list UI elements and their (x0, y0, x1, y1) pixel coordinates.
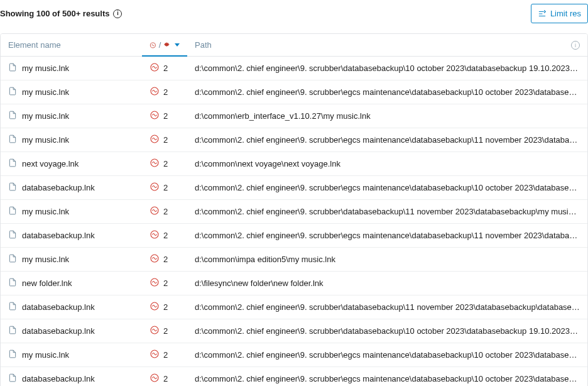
element-name-cell: my music.lnk (1, 248, 142, 272)
element-name-cell: my music.lnk (1, 57, 142, 80)
element-name-header-text: Element name (8, 40, 61, 50)
threat-icon (150, 158, 160, 170)
score-value: 2 (163, 87, 168, 97)
element-name-cell: databasebackup.lnk (1, 319, 142, 343)
file-icon (8, 278, 17, 289)
path-cell: d:\common\erb_interface_v1.10.27\my musi… (187, 104, 587, 128)
limit-button-text: Limit res (550, 9, 581, 18)
path-cell: d:\common\impa edition5\my music.lnk (187, 248, 587, 272)
file-icon (8, 158, 17, 169)
score-cell: 2 (142, 319, 187, 343)
element-name-cell: my music.lnk (1, 128, 142, 152)
results-table: Element name / Path i (1, 34, 587, 386)
threat-icon (150, 86, 160, 98)
table-row[interactable]: my music.lnk2d:\common\2. chief engineer… (1, 200, 587, 224)
element-name-text: databasebackup.lnk (22, 326, 95, 336)
table-row[interactable]: databasebackup.lnk2d:\common\2. chief en… (1, 367, 587, 387)
path-cell: d:\filesync\new folder\new folder.lnk (187, 272, 587, 295)
score-value: 2 (163, 374, 168, 383)
score-value: 2 (163, 350, 168, 360)
score-value: 2 (163, 159, 168, 168)
element-name-text: new folder.lnk (22, 278, 72, 288)
score-cell: 2 (142, 367, 187, 387)
element-name-cell: databasebackup.lnk (1, 295, 142, 319)
score-cell: 2 (142, 248, 187, 272)
sort-indicator (142, 55, 187, 57)
element-name-cell: my music.lnk (1, 80, 142, 104)
score-value: 2 (163, 207, 168, 216)
element-name-text: databasebackup.lnk (22, 231, 95, 240)
column-header-score[interactable]: / (142, 34, 187, 57)
path-cell: d:\common\2. chief engineer\9. scrubber\… (187, 367, 587, 387)
table-row[interactable]: databasebackup.lnk2d:\common\2. chief en… (1, 176, 587, 200)
info-icon[interactable]: i (113, 9, 122, 18)
element-name-cell: next voyage.lnk (1, 152, 142, 176)
threat-icon (150, 349, 160, 361)
element-name-text: my music.lnk (22, 350, 69, 360)
score-value: 2 (163, 63, 168, 73)
table-row[interactable]: my music.lnk2d:\common\2. chief engineer… (1, 128, 587, 152)
score-value: 2 (163, 231, 168, 240)
element-name-text: my music.lnk (22, 87, 69, 97)
results-header: Showing 100 of 500+ results i Limit res (0, 0, 588, 28)
table-row[interactable]: my music.lnk2d:\common\2. chief engineer… (1, 343, 587, 367)
score-cell: 2 (142, 295, 187, 319)
threat-icon (150, 325, 160, 337)
path-cell: d:\common\next voyage\next voyage.lnk (187, 152, 587, 176)
path-cell: d:\common\2. chief engineer\9. scrubber\… (187, 224, 587, 248)
column-header-path[interactable]: Path i (187, 34, 587, 57)
table-row[interactable]: my music.lnk2d:\common\impa edition5\my … (1, 248, 587, 272)
table-row[interactable]: my music.lnk2d:\common\2. chief engineer… (1, 80, 587, 104)
element-name-cell: my music.lnk (1, 104, 142, 128)
file-icon (8, 111, 17, 121)
table-row[interactable]: databasebackup.lnk2d:\common\2. chief en… (1, 224, 587, 248)
score-cell: 2 (142, 272, 187, 295)
threat-icon (150, 277, 160, 289)
table-row[interactable]: next voyage.lnk2d:\common\next voyage\ne… (1, 152, 587, 176)
file-icon (8, 135, 17, 145)
score-value: 2 (163, 278, 168, 288)
chevron-down-icon (175, 43, 180, 47)
table-row[interactable]: databasebackup.lnk2d:\common\2. chief en… (1, 295, 587, 319)
result-count-label: Showing 100 of 500+ results i (0, 9, 122, 18)
element-name-text: my music.lnk (22, 207, 69, 216)
path-cell: d:\common\2. chief engineer\9. scrubber\… (187, 80, 587, 104)
score-value: 2 (163, 302, 168, 312)
element-name-text: my music.lnk (22, 111, 69, 121)
element-name-text: my music.lnk (22, 255, 69, 264)
score-value: 2 (163, 135, 168, 145)
threat-icon (150, 206, 160, 218)
path-cell: d:\common\2. chief engineer\9. scrubber\… (187, 128, 587, 152)
threat-header-icon (150, 41, 156, 50)
threat-icon (150, 134, 160, 146)
file-icon (8, 302, 17, 312)
score-cell: 2 (142, 224, 187, 248)
file-icon (8, 254, 17, 265)
path-cell: d:\common\2. chief engineer\9. scrubber\… (187, 200, 587, 224)
score-cell: 2 (142, 57, 187, 80)
results-table-wrap: Element name / Path i (0, 33, 588, 386)
path-cell: d:\common\2. chief engineer\9. scrubber\… (187, 57, 587, 80)
path-cell: d:\common\2. chief engineer\9. scrubber\… (187, 295, 587, 319)
column-header-element-name[interactable]: Element name (1, 34, 142, 57)
element-name-text: my music.lnk (22, 63, 69, 73)
table-row[interactable]: new folder.lnk2d:\filesync\new folder\ne… (1, 272, 587, 295)
element-name-text: next voyage.lnk (22, 159, 79, 168)
score-cell: 2 (142, 152, 187, 176)
element-name-cell: my music.lnk (1, 200, 142, 224)
file-icon (8, 206, 17, 217)
limit-results-button[interactable]: Limit res (531, 4, 588, 23)
score-cell: 2 (142, 80, 187, 104)
table-row[interactable]: my music.lnk2d:\common\erb_interface_v1.… (1, 104, 587, 128)
threat-icon (150, 301, 160, 313)
table-row[interactable]: my music.lnk2d:\common\2. chief engineer… (1, 57, 587, 80)
path-cell: d:\common\2. chief engineer\9. scrubber\… (187, 343, 587, 367)
table-row[interactable]: databasebackup.lnk2d:\common\2. chief en… (1, 319, 587, 343)
info-icon[interactable]: i (571, 41, 580, 50)
score-cell: 2 (142, 200, 187, 224)
threat-icon (150, 182, 160, 194)
threat-icon (150, 253, 160, 265)
element-name-cell: databasebackup.lnk (1, 224, 142, 248)
file-icon (8, 87, 17, 97)
path-cell: d:\common\2. chief engineer\9. scrubber\… (187, 176, 587, 200)
